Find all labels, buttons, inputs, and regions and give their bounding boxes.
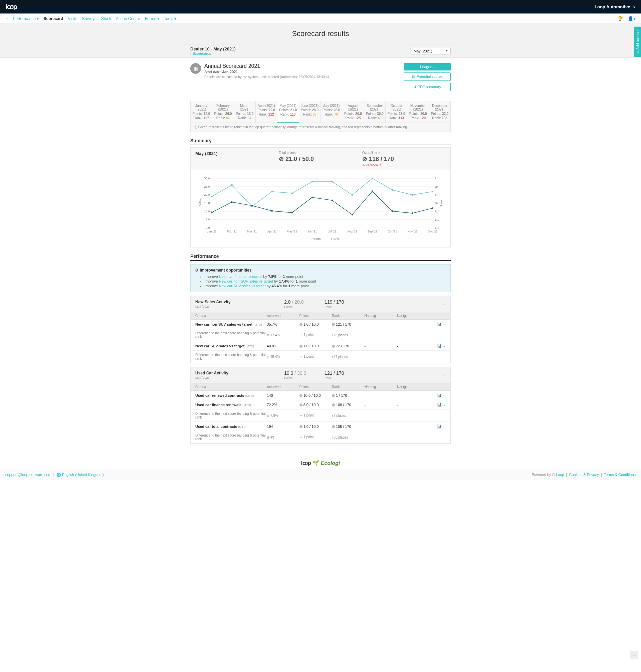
svg-text:Oct '21: Oct '21 bbox=[387, 230, 397, 233]
chevron-down-icon[interactable]: ⌄ bbox=[443, 393, 446, 397]
svg-text:29: 29 bbox=[434, 185, 438, 188]
chevron-down-icon[interactable]: ⌄ bbox=[443, 402, 446, 406]
nav-item-scorecard[interactable]: Scorecard bbox=[44, 16, 64, 21]
user-icon[interactable]: 👤▾ bbox=[628, 16, 636, 22]
pdf-summary-button[interactable]: ⬇ PDF summary bbox=[404, 83, 451, 91]
chart-icon[interactable]: 📊 bbox=[437, 424, 442, 428]
logo[interactable]: lꝏp bbox=[5, 3, 17, 11]
breadcrumb-label: Scorecards bbox=[193, 51, 211, 55]
month-tab[interactable]: May (2021) Points: 21.0 Rank: 118 bbox=[277, 101, 299, 123]
nav-item-visits[interactable]: Visits bbox=[68, 16, 77, 21]
perf-panel-head[interactable]: New Sales Activity May (2021) 2.0 / 20.0… bbox=[191, 296, 450, 312]
month-tab[interactable]: March (2021) Points: 13.0 Rank: 94 bbox=[234, 101, 256, 123]
month-tab[interactable]: September (2021) Points: 30.0 Rank: 45 bbox=[364, 101, 386, 123]
improvement-link[interactable]: New car non-SUV sales vs target bbox=[219, 279, 273, 283]
loop-link[interactable]: Loop bbox=[556, 473, 564, 476]
svg-text:114: 114 bbox=[434, 210, 439, 213]
navbar: ⌂ Performance ▾ScorecardVisitsSurveysSto… bbox=[0, 13, 641, 23]
footer-logos: lꝏp 🌱 Ecologi bbox=[0, 457, 641, 469]
metric-row: Used car total contracts (MTD) 194 1.0 /… bbox=[191, 422, 450, 431]
tenant-dropdown[interactable]: Loop Automotive ▼ bbox=[595, 4, 636, 9]
month-tab[interactable]: February (2021) Points: 26.0 Rank: 82 bbox=[212, 101, 234, 123]
chevron-down-icon[interactable]: ⌄ bbox=[443, 322, 446, 326]
month-tab[interactable]: December (2021) Points: 22.0 Rank: 103 bbox=[429, 101, 450, 123]
scorecard-title: Annual Scorecard 2021 bbox=[204, 63, 329, 69]
svg-text:— Rank: — Rank bbox=[327, 237, 339, 241]
dealer-title: Dealer 10 - May (2021) bbox=[190, 46, 236, 51]
chart-icon[interactable]: 📊 bbox=[437, 393, 442, 397]
month-tab[interactable]: April (2021) Points: 22.0 Rank: 112 bbox=[256, 101, 277, 123]
league-button[interactable]: League › bbox=[404, 63, 451, 70]
topbar: lꝏp Loop Automotive ▼ bbox=[0, 0, 641, 13]
updated-text: Results are calculated by the system Las… bbox=[204, 75, 329, 79]
month-tab[interactable]: June (2021) Points: 28.0 Rank: 66 bbox=[299, 101, 321, 123]
start-date: Start date: Jan 2021 bbox=[204, 70, 329, 74]
month-tab[interactable]: August (2021) Points: 20.0 Rank: 125 bbox=[342, 101, 364, 123]
diff-row: Difference to the next score banding & p… bbox=[191, 431, 450, 444]
lang-link[interactable]: English (United Kingdom) bbox=[62, 473, 104, 476]
perf-panel: New Sales Activity May (2021) 2.0 / 20.0… bbox=[190, 296, 451, 363]
svg-text:Jan '21: Jan '21 bbox=[207, 230, 216, 233]
metric-row: New car SUV sales vs target (MTD) 40.8% … bbox=[191, 341, 450, 351]
svg-text:170: 170 bbox=[434, 226, 439, 229]
svg-text:15.0: 15.0 bbox=[204, 201, 210, 205]
svg-point-49 bbox=[251, 205, 253, 206]
month-select[interactable]: May (2021) bbox=[411, 48, 451, 54]
breadcrumb[interactable]: ‹ Scorecards bbox=[190, 51, 236, 55]
cookies-link[interactable]: Cookies & Privacy bbox=[569, 473, 599, 476]
chevron-down-icon[interactable]: ⌄ bbox=[443, 344, 446, 348]
nav-item-action-centre[interactable]: Action Centre bbox=[116, 16, 140, 21]
svg-point-40 bbox=[311, 181, 313, 183]
improvement-box: ✈ Improvement opportunities Improve Used… bbox=[190, 264, 451, 292]
svg-text:Points: Points bbox=[198, 199, 201, 207]
month-tab[interactable]: July (2021) Points: 28.0 Rank: 76 bbox=[321, 101, 342, 123]
terms-link[interactable]: Terms & Conditions bbox=[604, 473, 636, 476]
svg-text:Feb '21: Feb '21 bbox=[227, 230, 237, 233]
rank-delta: -6 vs previous bbox=[362, 163, 446, 167]
svg-text:86: 86 bbox=[434, 202, 438, 205]
svg-text:10.0: 10.0 bbox=[204, 210, 210, 213]
svg-point-42 bbox=[352, 194, 353, 196]
improvement-link[interactable]: Used car finance renewals bbox=[219, 274, 262, 279]
improvement-item: Improve Used car finance renewals by 7.8… bbox=[205, 274, 446, 279]
svg-text:25.0: 25.0 bbox=[204, 185, 210, 188]
svg-point-41 bbox=[331, 181, 333, 183]
nav-item-stock[interactable]: Stock bbox=[101, 16, 111, 21]
svg-point-38 bbox=[271, 191, 273, 192]
home-icon[interactable]: ⌂ bbox=[5, 16, 8, 22]
month-tabs: January (2021) Points: 19.0 Rank: 117Feb… bbox=[190, 101, 451, 123]
trophy-icon[interactable]: 🏆 bbox=[617, 16, 623, 22]
nav-item-performance[interactable]: Performance ▾ bbox=[13, 16, 39, 21]
improvement-item: Improve New car SUV sales vs target by 4… bbox=[205, 284, 446, 288]
perf-panel-head[interactable]: Used Car Activity May (2021) 19.0 / 30.0… bbox=[191, 367, 450, 383]
chevron-down-icon[interactable]: ⌄ bbox=[443, 424, 446, 428]
main: ▦ Annual Scorecard 2021 Start date: Jan … bbox=[190, 58, 451, 457]
nav-item-forms[interactable]: Forms ▾ bbox=[145, 16, 159, 21]
scorecard-header: ▦ Annual Scorecard 2021 Start date: Jan … bbox=[190, 63, 451, 96]
chart-icon[interactable]: 📊 bbox=[437, 322, 442, 326]
svg-text:Jul '21: Jul '21 bbox=[328, 230, 336, 233]
nav-item-tools[interactable]: Tools ▾ bbox=[164, 16, 176, 21]
svg-point-57 bbox=[412, 212, 413, 214]
month-tab[interactable]: November (2021) Points: 20.0 Rank: 120 bbox=[407, 101, 429, 123]
support-email[interactable]: support@loop-software.com bbox=[5, 473, 51, 476]
chart-icon[interactable]: 📊 bbox=[437, 344, 442, 348]
month-tab[interactable]: October (2021) Points: 23.0 Rank: 113 bbox=[386, 101, 407, 123]
grid-icon: ▦ bbox=[190, 63, 201, 74]
chevron-up-icon[interactable]: ︿ bbox=[442, 301, 446, 307]
month-tab[interactable]: January (2021) Points: 19.0 Rank: 117 bbox=[191, 101, 212, 123]
nav-item-surveys[interactable]: Surveys bbox=[82, 16, 96, 21]
improvement-link[interactable]: New car SUV sales vs target bbox=[219, 284, 266, 288]
chevron-up-icon[interactable]: ︿ bbox=[442, 373, 446, 378]
svg-text:— Points: — Points bbox=[308, 237, 321, 241]
svg-point-51 bbox=[291, 212, 293, 213]
summary-month: May (2021) bbox=[195, 151, 279, 156]
svg-text:Aug '21: Aug '21 bbox=[347, 230, 357, 233]
svg-text:1: 1 bbox=[434, 177, 436, 180]
svg-point-45 bbox=[412, 194, 413, 196]
svg-point-52 bbox=[311, 197, 313, 198]
chart-icon[interactable]: 📊 bbox=[437, 402, 442, 406]
add-action-tab[interactable]: ⊕ Add action › bbox=[634, 27, 641, 57]
potential-scores-button[interactable]: ▤ Potential scores bbox=[404, 72, 451, 81]
summary-chart: 0.05.010.015.020.025.030.012957861141421… bbox=[195, 175, 446, 241]
